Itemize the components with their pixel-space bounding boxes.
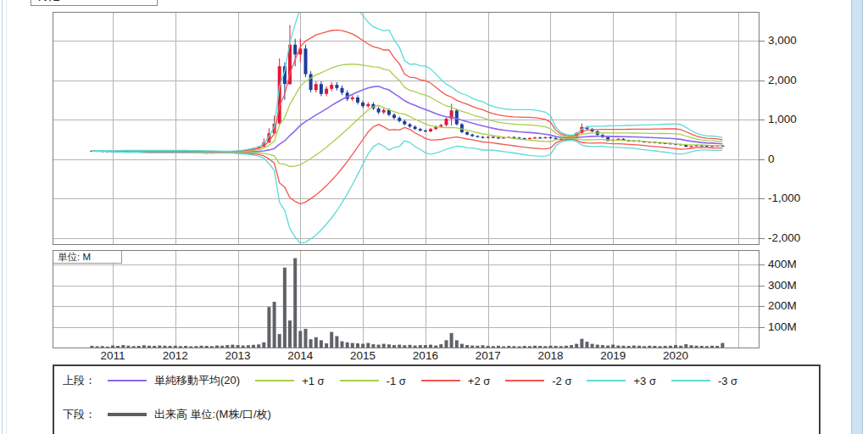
legend-item: +2 σ [421, 375, 490, 387]
legend-item: 単純移動平均(20) [108, 373, 240, 388]
legend-item: -3 σ [671, 375, 737, 387]
legend-line-swatch [108, 380, 147, 381]
bollinger-bands-layer [92, 0, 722, 243]
legend-line-swatch [108, 413, 147, 416]
legend-box: 上段： 単純移動平均(20)+1 σ-1 σ+2 σ-2 σ+3 σ-3 σ 下… [53, 364, 821, 434]
legend-line-swatch [255, 380, 294, 381]
legend-row-upper: 上段： 単純移動平均(20)+1 σ-1 σ+2 σ-2 σ+3 σ-3 σ [63, 373, 815, 388]
legend-line-swatch [587, 380, 626, 381]
stock-chart-screen: { "timeframe": { "label": "月足" }, "volum… [0, 0, 868, 434]
legend-item: -2 σ [505, 375, 571, 387]
timeframe-label: 月足 [38, 0, 60, 3]
volume-bars-layer [90, 259, 724, 348]
band-line--3 [92, 140, 722, 243]
band-line-0 [92, 86, 722, 153]
axis-ticks [759, 42, 765, 328]
legend-item-label: +2 σ [468, 375, 490, 387]
legend-item-label: -3 σ [718, 375, 737, 387]
legend-line-swatch [505, 380, 544, 381]
volume-unit-label: 単位: M [53, 251, 122, 264]
legend-line-swatch [340, 380, 379, 381]
legend-item: -1 σ [340, 375, 406, 387]
legend-upper-label: 上段： [63, 373, 96, 388]
legend-item: +3 σ [587, 375, 655, 387]
legend-item-label: -2 σ [552, 375, 571, 387]
legend-line-swatch [421, 380, 460, 381]
band-line-1 [92, 64, 722, 152]
legend-item: 出来高 単位:(M株/口/枚) [108, 407, 271, 422]
legend-row-lower: 下段： 出来高 単位:(M株/口/枚) [63, 407, 815, 422]
timeframe-dropdown[interactable]: 月足 [31, 0, 158, 6]
legend-item-label: 出来高 単位:(M株/口/枚) [154, 407, 271, 422]
legend-item-label: 単純移動平均(20) [154, 373, 240, 388]
legend-item-label: -1 σ [387, 375, 406, 387]
legend-item-label: +3 σ [633, 375, 655, 387]
band-line--1 [92, 105, 722, 166]
legend-item: +1 σ [255, 375, 324, 387]
legend-item-label: +1 σ [302, 375, 324, 387]
legend-line-swatch [671, 380, 710, 381]
gridlines [53, 12, 759, 348]
legend-lower-label: 下段： [63, 407, 96, 422]
